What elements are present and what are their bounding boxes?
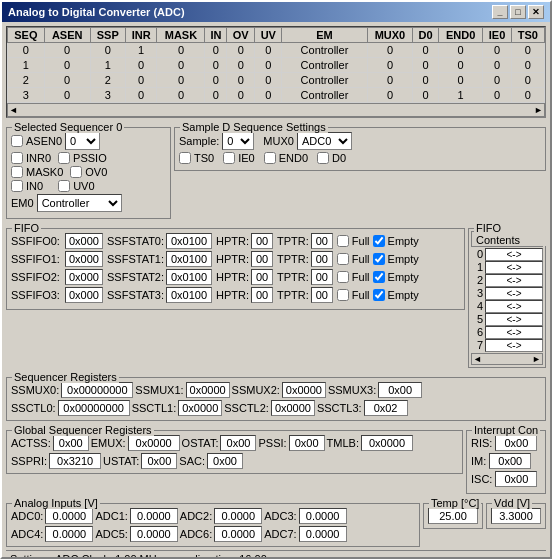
maximize-button[interactable]: □ — [510, 5, 526, 19]
seq-settings-row: Selected Sequencer 0 ASEN0 0 INR0 — [6, 121, 546, 219]
asen0-checkbox[interactable] — [11, 135, 23, 147]
seq-reg-input[interactable] — [364, 400, 408, 416]
col-seq: SEQ — [8, 28, 45, 43]
fifo-tptr-label: TPTR: — [277, 289, 309, 301]
fifo-full-checkbox[interactable] — [337, 289, 349, 301]
sample-select[interactable]: 0 — [222, 132, 254, 150]
analog-input-field[interactable] — [214, 526, 262, 542]
seq-reg-input[interactable] — [61, 382, 133, 398]
fifo-ss-input[interactable] — [65, 287, 103, 303]
im-input[interactable] — [489, 453, 531, 469]
selected-seq-checkboxes: INR0 PSSIO MASK0 OV0 — [11, 152, 166, 194]
inr0-checkbox[interactable] — [11, 152, 23, 164]
ris-input[interactable] — [495, 435, 537, 451]
fifo-tptr-input[interactable] — [311, 287, 333, 303]
fifo-ss-input[interactable] — [65, 251, 103, 267]
fifo-hptr-input[interactable] — [251, 269, 273, 285]
seq-reg-input[interactable] — [282, 382, 326, 398]
fifo-empty-checkbox[interactable] — [373, 253, 385, 265]
fifo-group: FIFO SSFIFO0: SSFSTAT0: HPTR: TPTR: Full… — [6, 228, 465, 368]
seq-reg-input[interactable] — [271, 400, 315, 416]
fifo-tptr-input[interactable] — [311, 233, 333, 249]
fifo-ss-input[interactable] — [65, 233, 103, 249]
table-scrollbar[interactable]: ◄ ► — [7, 103, 545, 117]
seq-reg-input[interactable] — [186, 382, 230, 398]
in0-checkbox[interactable] — [11, 180, 23, 192]
ts0-checkbox[interactable] — [179, 152, 191, 164]
fifo-stat-input[interactable] — [166, 269, 212, 285]
uv0-checkbox[interactable] — [58, 180, 70, 192]
fifo-full-checkbox[interactable] — [337, 271, 349, 283]
ssp0-select[interactable]: 0 — [65, 132, 100, 150]
interrupt-con-group: Interrupt Con RIS: IM: ISC: — [466, 430, 546, 494]
minimize-button[interactable]: _ — [492, 5, 508, 19]
analog-input-field[interactable] — [45, 526, 93, 542]
temp-input[interactable] — [428, 508, 478, 524]
vdd-input[interactable] — [491, 508, 541, 524]
global-reg-input[interactable] — [128, 435, 180, 451]
fifo-scroll-left[interactable]: ◄ — [473, 354, 482, 364]
fifo-empty-checkbox[interactable] — [373, 271, 385, 283]
fifo-stat-input[interactable] — [166, 287, 212, 303]
table-cell: 3 — [90, 88, 125, 103]
scroll-left-arrow[interactable]: ◄ — [9, 105, 18, 115]
fifo-ss-input[interactable] — [65, 269, 103, 285]
isc-input[interactable] — [495, 471, 537, 487]
seq-reg-input[interactable] — [58, 400, 130, 416]
analog-inputs-label: Analog Inputs [V] — [12, 497, 100, 509]
analog-input-field[interactable] — [45, 508, 93, 524]
global-reg-input[interactable] — [141, 453, 177, 469]
fifo-item: 3 <-> — [471, 287, 543, 300]
seq-reg-input[interactable] — [378, 382, 422, 398]
ov0-checkbox[interactable] — [70, 166, 82, 178]
end0-checkbox[interactable] — [264, 152, 276, 164]
scroll-right-arrow[interactable]: ► — [534, 105, 543, 115]
analog-input-field[interactable] — [130, 526, 178, 542]
fifo-tptr-input[interactable] — [311, 269, 333, 285]
pssio-checkbox[interactable] — [58, 152, 70, 164]
global-reg-input[interactable] — [207, 453, 243, 469]
fifo-item: 1 <-> — [471, 261, 543, 274]
fifo-item-num: 3 — [471, 287, 485, 300]
fifo-empty-checkbox[interactable] — [373, 235, 385, 247]
fifo-stat-input[interactable] — [166, 251, 212, 267]
fifo-hptr-input[interactable] — [251, 233, 273, 249]
fifo-empty-checkbox[interactable] — [373, 289, 385, 301]
mask0-checkbox[interactable] — [11, 166, 23, 178]
mux0-select[interactable]: ADC0 — [297, 132, 352, 150]
table-cell: 0 — [227, 58, 255, 73]
sample-seq-label: Sample D Sequence Settings — [180, 121, 328, 133]
fifo-tptr-input[interactable] — [311, 251, 333, 267]
fifo-full-checkbox[interactable] — [337, 235, 349, 247]
table-cell: 0 — [157, 73, 205, 88]
ris-label: RIS: — [471, 437, 492, 449]
close-button[interactable]: ✕ — [528, 5, 544, 19]
col-uv: UV — [255, 28, 282, 43]
fifo-hptr-input[interactable] — [251, 251, 273, 267]
analog-input-field[interactable] — [299, 526, 347, 542]
global-reg-input[interactable] — [220, 435, 256, 451]
global-reg-input[interactable] — [289, 435, 325, 451]
fifo-row: SSFIFO2: SSFSTAT2: HPTR: TPTR: Full Empt… — [11, 269, 460, 285]
ie0-checkbox[interactable] — [223, 152, 235, 164]
table-cell: 0 — [413, 58, 439, 73]
fifo-scroll-right[interactable]: ► — [532, 354, 541, 364]
seq-reg-input[interactable] — [178, 400, 222, 416]
global-reg-input[interactable] — [49, 453, 101, 469]
em0-select[interactable]: Controller — [37, 194, 122, 212]
fifo-hptr-input[interactable] — [251, 287, 273, 303]
analog-input-field[interactable] — [214, 508, 262, 524]
analog-input-label: ADC0: — [11, 510, 43, 522]
fifo-full-checkbox[interactable] — [337, 253, 349, 265]
fifo-stat-input[interactable] — [166, 233, 212, 249]
global-reg-input[interactable] — [361, 435, 413, 451]
em0-label: EM0 — [11, 197, 34, 209]
analog-input-field[interactable] — [299, 508, 347, 524]
global-reg-input[interactable] — [53, 435, 89, 451]
seq-reg-label: SSMUX2: — [232, 384, 280, 396]
seq-reg-label: SSCTL0: — [11, 402, 56, 414]
analog-input-field[interactable] — [130, 508, 178, 524]
d0-checkbox[interactable] — [317, 152, 329, 164]
fifo-scrollbar[interactable]: ◄ ► — [471, 353, 543, 365]
table-cell: 0 — [438, 73, 482, 88]
